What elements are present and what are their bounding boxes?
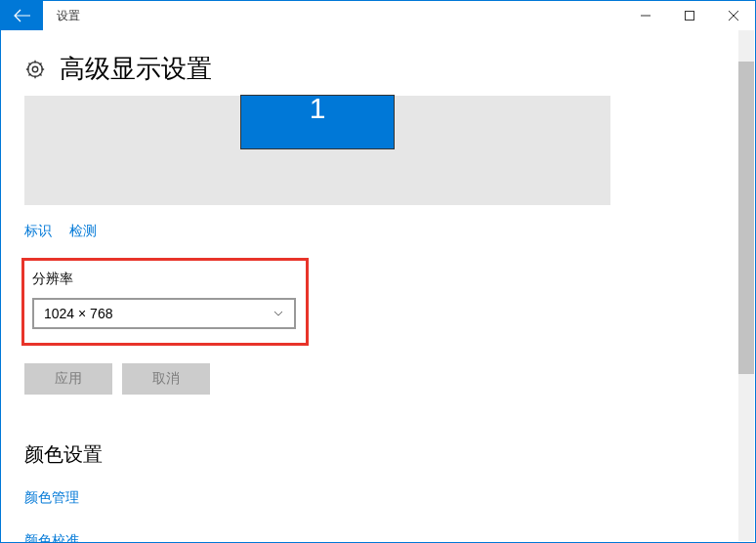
window-controls <box>623 1 755 30</box>
cancel-button[interactable]: 取消 <box>122 363 210 395</box>
identify-link[interactable]: 标识 <box>24 223 52 240</box>
detect-link[interactable]: 检测 <box>69 223 97 240</box>
vertical-scrollbar[interactable] <box>738 30 754 541</box>
titlebar: 设置 <box>1 1 755 30</box>
gear-icon <box>24 59 46 80</box>
apply-button[interactable]: 应用 <box>24 363 112 395</box>
display-actions-row: 标识 检测 <box>24 223 732 240</box>
maximize-button[interactable] <box>667 1 711 30</box>
minimize-icon <box>641 11 651 21</box>
svg-point-2 <box>28 62 43 76</box>
chevron-down-icon <box>273 308 284 319</box>
button-row: 应用 取消 <box>24 363 732 395</box>
svg-point-1 <box>32 66 38 72</box>
page-title: 高级显示设置 <box>60 52 212 86</box>
resolution-label: 分辨率 <box>32 271 296 288</box>
window-title: 设置 <box>43 8 623 24</box>
resolution-dropdown[interactable]: 1024 × 768 <box>32 298 296 329</box>
monitor-number: 1 <box>310 92 326 125</box>
content-area: 高级显示设置 1 标识 检测 分辨率 1024 × 768 应用 取消 颜色设置… <box>1 30 755 542</box>
scroll-thumb[interactable] <box>738 62 754 374</box>
close-icon <box>729 11 738 21</box>
color-calibration-link[interactable]: 颜色校准 <box>24 532 732 542</box>
monitor-thumbnail[interactable]: 1 <box>240 95 395 149</box>
arrow-left-icon <box>14 9 31 22</box>
display-preview-area: 1 <box>24 96 610 205</box>
resolution-value: 1024 × 768 <box>44 306 112 321</box>
page-header: 高级显示设置 <box>24 52 732 86</box>
color-management-link[interactable]: 颜色管理 <box>24 489 732 507</box>
minimize-button[interactable] <box>623 1 667 30</box>
svg-rect-0 <box>685 12 693 21</box>
close-button[interactable] <box>711 1 755 30</box>
color-section-title: 颜色设置 <box>24 441 732 468</box>
back-button[interactable] <box>1 1 43 30</box>
maximize-icon <box>685 11 694 21</box>
resolution-highlight-box: 分辨率 1024 × 768 <box>21 258 309 346</box>
